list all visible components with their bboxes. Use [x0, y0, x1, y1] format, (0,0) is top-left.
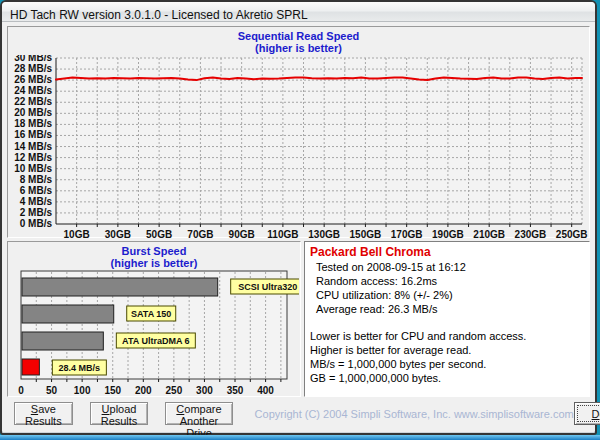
svg-text:100: 100	[74, 385, 91, 396]
svg-text:10GB: 10GB	[63, 229, 89, 240]
svg-text:250: 250	[166, 385, 183, 396]
burst-speed-chart: SCSI Ultra320SATA 150ATA UltraDMA 628.4 …	[9, 270, 299, 401]
upload-results-button[interactable]: Upload Results	[90, 402, 149, 425]
drive-stats: Tested on 2008-09-15 at 16:12Random acce…	[310, 260, 584, 316]
svg-text:28.4 MB/s: 28.4 MB/s	[59, 363, 101, 373]
svg-text:6 MB/s: 6 MB/s	[19, 185, 52, 196]
svg-text:350: 350	[227, 385, 244, 396]
title-bar[interactable]: HD Tach RW version 3.0.1.0 - Licensed to…	[2, 2, 595, 22]
compare-another-drive-button[interactable]: Compare Another Drive	[165, 402, 232, 425]
hdtach-window: HD Tach RW version 3.0.1.0 - Licensed to…	[0, 0, 597, 435]
svg-text:28 MB/s: 28 MB/s	[14, 63, 52, 74]
svg-text:2 MB/s: 2 MB/s	[19, 207, 52, 218]
upload-accel: U	[102, 403, 110, 415]
svg-text:230GB: 230GB	[514, 229, 546, 240]
sequential-read-chart: 0 MB/s2 MB/s4 MB/s6 MB/s8 MB/s10 MB/s12 …	[10, 55, 588, 241]
svg-text:14 MB/s: 14 MB/s	[14, 141, 52, 152]
svg-text:SCSI Ultra320: SCSI Ultra320	[238, 282, 297, 292]
svg-text:8 MB/s: 8 MB/s	[19, 174, 52, 185]
drive-stat-line: Average read: 26.3 MB/s	[310, 302, 584, 316]
svg-text:50: 50	[46, 385, 58, 396]
burst-speed-panel: Burst Speed (higher is better) SCSI Ultr…	[7, 241, 301, 397]
svg-text:20 MB/s: 20 MB/s	[14, 107, 52, 118]
burst-speed-title: Burst Speed	[8, 245, 300, 257]
svg-text:400: 400	[257, 385, 274, 396]
compare-label: ompare Another Drive	[180, 403, 222, 439]
svg-text:250GB: 250GB	[555, 229, 587, 240]
svg-text:0 MB/s: 0 MB/s	[19, 218, 52, 229]
svg-text:10 MB/s: 10 MB/s	[14, 163, 52, 174]
done-button[interactable]: Done	[574, 402, 600, 425]
drive-stat-line: CPU utilization: 8% (+/- 2%)	[310, 288, 584, 302]
bottom-row: Burst Speed (higher is better) SCSI Ultr…	[7, 241, 590, 397]
save-results-button[interactable]: Save Results	[14, 402, 73, 425]
svg-text:190GB: 190GB	[432, 229, 464, 240]
window-title: HD Tach RW version 3.0.1.0 - Licensed to…	[10, 8, 308, 22]
drive-stat-line: Tested on 2008-09-15 at 16:12	[310, 260, 584, 274]
svg-text:30 MB/s: 30 MB/s	[14, 55, 52, 63]
svg-text:4 MB/s: 4 MB/s	[19, 196, 52, 207]
sequential-read-subtitle: (higher is better)	[8, 42, 589, 54]
sequential-read-panel: Sequential Read Speed (higher is better)…	[7, 26, 590, 238]
svg-text:150GB: 150GB	[349, 229, 381, 240]
sequential-read-title: Sequential Read Speed	[8, 30, 589, 42]
footer-bar: Save Results Upload Results Compare Anot…	[7, 397, 590, 430]
svg-text:170GB: 170GB	[390, 229, 422, 240]
desktop-edge-strip	[0, 435, 600, 440]
svg-text:200: 200	[135, 385, 152, 396]
legend-note-line: Higher is better for average read.	[310, 343, 584, 357]
svg-text:SATA 150: SATA 150	[131, 309, 171, 319]
done-accel: D	[592, 408, 600, 420]
drive-name: Packard Bell Chroma	[310, 245, 584, 260]
svg-text:50GB: 50GB	[146, 229, 172, 240]
copyright-text: Copyright (C) 2004 Simpli Software, Inc.…	[255, 408, 574, 420]
svg-text:70GB: 70GB	[187, 229, 213, 240]
svg-text:16 MB/s: 16 MB/s	[14, 129, 52, 140]
svg-text:0: 0	[18, 385, 24, 396]
legend-notes: Lower is better for CPU and random acces…	[310, 329, 584, 385]
svg-text:30GB: 30GB	[104, 229, 130, 240]
svg-text:130GB: 130GB	[308, 229, 340, 240]
burst-speed-subtitle: (higher is better)	[8, 257, 300, 269]
svg-text:210GB: 210GB	[473, 229, 505, 240]
drive-stat-line: Random access: 16.2ms	[310, 274, 584, 288]
svg-text:18 MB/s: 18 MB/s	[14, 118, 52, 129]
svg-text:ATA UltraDMA 6: ATA UltraDMA 6	[122, 336, 190, 346]
legend-note-line: Lower is better for CPU and random acces…	[310, 329, 584, 343]
drive-info-panel: Packard Bell Chroma Tested on 2008-09-15…	[304, 241, 590, 397]
client-area: Sequential Read Speed (higher is better)…	[2, 22, 595, 431]
legend-note-line: MB/s = 1,000,000 bytes per second.	[310, 357, 584, 371]
svg-text:24 MB/s: 24 MB/s	[14, 85, 52, 96]
svg-text:22 MB/s: 22 MB/s	[14, 96, 52, 107]
svg-text:12 MB/s: 12 MB/s	[14, 152, 52, 163]
svg-text:26 MB/s: 26 MB/s	[14, 74, 52, 85]
svg-text:90GB: 90GB	[228, 229, 254, 240]
svg-text:150: 150	[104, 385, 121, 396]
legend-note-line: GB = 1,000,000,000 bytes.	[310, 371, 584, 385]
svg-text:110GB: 110GB	[267, 229, 298, 240]
svg-text:300: 300	[196, 385, 213, 396]
